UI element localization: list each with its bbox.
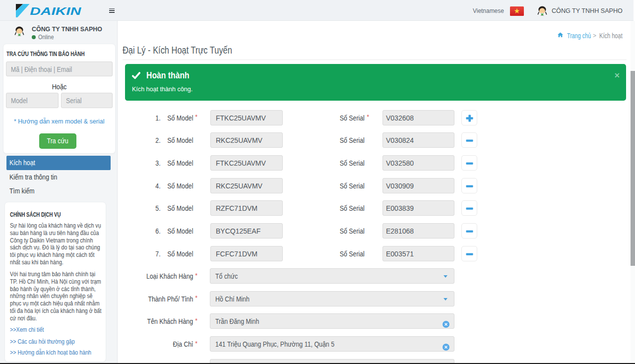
svg-text:DAIKIN: DAIKIN xyxy=(30,4,81,17)
